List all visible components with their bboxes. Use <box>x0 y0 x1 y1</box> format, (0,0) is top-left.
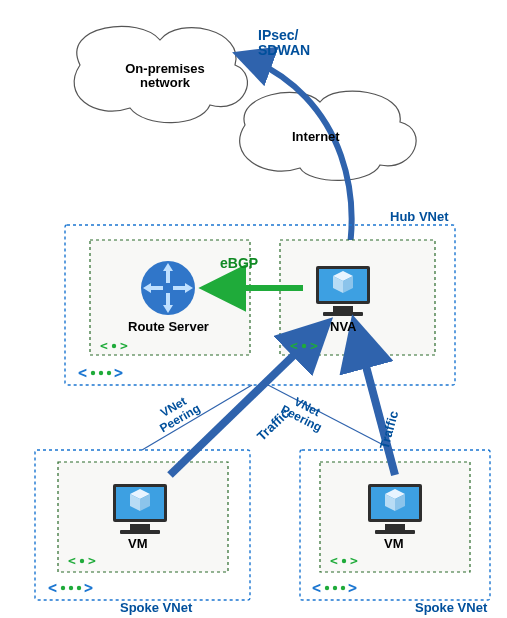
label-spoke-left: Spoke VNet <box>120 601 192 615</box>
svg-point-14 <box>112 344 116 348</box>
svg-text:>: > <box>120 338 128 353</box>
svg-rect-3 <box>333 306 353 312</box>
svg-text:>: > <box>88 553 96 568</box>
svg-point-38 <box>341 586 345 590</box>
svg-text:<: < <box>100 338 108 353</box>
svg-text:>: > <box>350 553 358 568</box>
svg-rect-11 <box>385 524 405 530</box>
label-hub-vnet: Hub VNet <box>390 210 449 224</box>
svg-point-31 <box>61 586 65 590</box>
svg-rect-7 <box>130 524 150 530</box>
svg-point-28 <box>107 371 111 375</box>
svg-text:>: > <box>114 364 123 382</box>
svg-point-20 <box>80 559 84 563</box>
label-onprem: On-premises network <box>115 62 215 91</box>
svg-point-27 <box>99 371 103 375</box>
label-nva: NVA <box>330 320 356 334</box>
svg-point-33 <box>77 586 81 590</box>
label-vm-left: VM <box>128 537 148 551</box>
svg-text:>: > <box>348 579 357 597</box>
label-route-server: Route Server <box>128 320 209 334</box>
svg-text:>: > <box>310 338 318 353</box>
svg-text:<: < <box>78 364 87 382</box>
svg-rect-12 <box>375 530 415 534</box>
label-spoke-right: Spoke VNet <box>415 601 487 615</box>
svg-text:<: < <box>312 579 321 597</box>
svg-rect-4 <box>323 312 363 316</box>
svg-point-26 <box>91 371 95 375</box>
svg-text:>: > <box>84 579 93 597</box>
label-vm-right: VM <box>384 537 404 551</box>
svg-text:<: < <box>330 553 338 568</box>
svg-point-17 <box>302 344 306 348</box>
svg-point-23 <box>342 559 346 563</box>
svg-point-36 <box>325 586 329 590</box>
svg-point-32 <box>69 586 73 590</box>
svg-text:<: < <box>290 338 298 353</box>
route-server-icon <box>141 261 195 315</box>
svg-rect-8 <box>120 530 160 534</box>
svg-text:<: < <box>68 553 76 568</box>
label-ipsec: IPsec/ SDWAN <box>258 28 310 59</box>
svg-text:<: < <box>48 579 57 597</box>
label-internet: Internet <box>292 130 340 144</box>
label-ebgp: eBGP <box>220 256 258 271</box>
svg-point-37 <box>333 586 337 590</box>
